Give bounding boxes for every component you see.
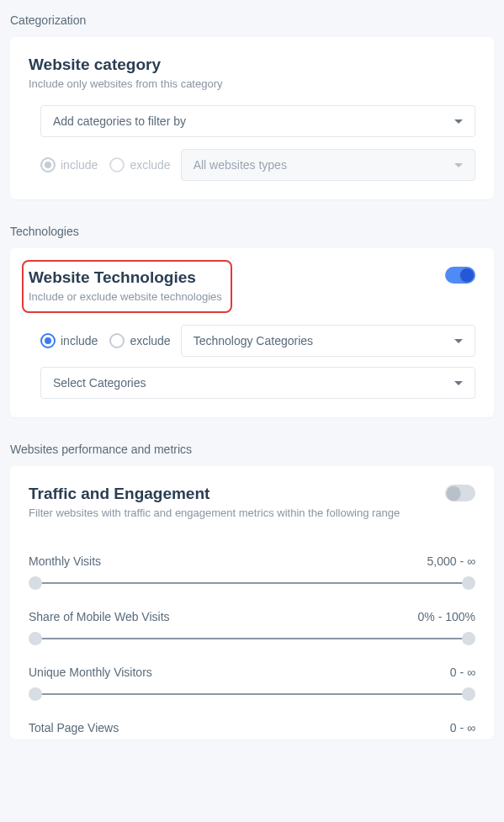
metric-value: 0% - 100% (418, 610, 475, 623)
traffic-toggle[interactable] (445, 485, 475, 501)
slider-track (35, 582, 469, 584)
traffic-engagement-subtitle: Filter websites with traffic and engagem… (29, 506, 445, 519)
technologies-toggle[interactable] (445, 267, 475, 284)
include-exclude-radio-group: include exclude (40, 157, 171, 172)
add-categories-placeholder: Add categories to filter by (53, 114, 186, 128)
chevron-down-icon (454, 163, 463, 167)
website-category-subtitle: Include only websites from this category (29, 77, 475, 90)
metric-label: Share of Mobile Web Visits (29, 610, 170, 623)
website-category-title: Website category (29, 56, 475, 74)
tech-include-label: include (61, 334, 98, 347)
metric-value: 5,000 - ∞ (427, 554, 475, 568)
slider-handle-left[interactable] (29, 632, 42, 645)
select-categories-value: Select Categories (53, 376, 146, 390)
tech-exclude-label: exclude (130, 334, 170, 347)
technology-categories-value: Technology Categories (194, 334, 313, 347)
toggle-knob-icon (460, 268, 474, 282)
website-category-card: Website category Include only websites f… (10, 37, 494, 199)
toggle-knob-icon (447, 486, 460, 500)
technology-categories-dropdown[interactable]: Technology Categories (181, 325, 475, 357)
traffic-engagement-card: Traffic and Engagement Filter websites w… (10, 466, 494, 740)
section-label-categorization: Categorization (10, 13, 494, 27)
slider-handle-right[interactable] (462, 687, 475, 701)
metric-mobile-share: Share of Mobile Web Visits 0% - 100% (29, 610, 475, 645)
highlight-annotation: Website Technologies Include or exclude … (22, 260, 232, 313)
radio-icon (109, 333, 125, 348)
chevron-down-icon (454, 339, 463, 343)
mobile-share-slider[interactable] (29, 632, 475, 645)
website-technologies-subtitle: Include or exclude website technologies (29, 290, 222, 303)
select-categories-dropdown[interactable]: Select Categories (40, 367, 475, 399)
monthly-visits-slider[interactable] (29, 576, 475, 590)
traffic-engagement-title: Traffic and Engagement (29, 485, 445, 503)
slider-track (35, 638, 469, 639)
slider-handle-left[interactable] (29, 687, 42, 701)
tech-exclude-radio[interactable]: exclude (109, 333, 170, 348)
include-radio: include (40, 157, 98, 172)
website-types-value: All websites types (194, 158, 287, 172)
metric-value: 0 - ∞ (450, 666, 475, 679)
metric-label: Monthly Visits (29, 554, 101, 568)
slider-handle-left[interactable] (29, 576, 42, 590)
radio-icon (40, 157, 56, 172)
metric-label: Total Page Views (29, 721, 119, 734)
tech-include-radio[interactable]: include (40, 333, 98, 348)
tech-include-exclude-radio-group: include exclude (40, 333, 171, 348)
chevron-down-icon (454, 381, 463, 385)
section-label-performance: Websites performance and metrics (10, 443, 494, 456)
exclude-radio: exclude (109, 157, 170, 172)
add-categories-dropdown[interactable]: Add categories to filter by (40, 105, 475, 137)
metric-monthly-visits: Monthly Visits 5,000 - ∞ (29, 554, 475, 590)
radio-icon (40, 333, 56, 348)
radio-icon (109, 157, 125, 172)
include-label: include (61, 158, 98, 172)
unique-visitors-slider[interactable] (29, 687, 475, 701)
website-technologies-card: Website Technologies Include or exclude … (10, 248, 494, 417)
chevron-down-icon (454, 119, 463, 124)
website-types-dropdown: All websites types (181, 149, 475, 181)
section-label-technologies: Technologies (10, 225, 494, 238)
slider-track (35, 693, 469, 695)
metric-label: Unique Monthly Visitors (29, 666, 152, 679)
slider-handle-right[interactable] (462, 576, 475, 590)
website-technologies-title: Website Technologies (29, 268, 222, 287)
metric-page-views: Total Page Views 0 - ∞ (29, 721, 475, 734)
metric-unique-visitors: Unique Monthly Visitors 0 - ∞ (29, 666, 475, 701)
exclude-label: exclude (130, 158, 170, 172)
slider-handle-right[interactable] (462, 632, 475, 645)
metric-value: 0 - ∞ (450, 721, 475, 734)
